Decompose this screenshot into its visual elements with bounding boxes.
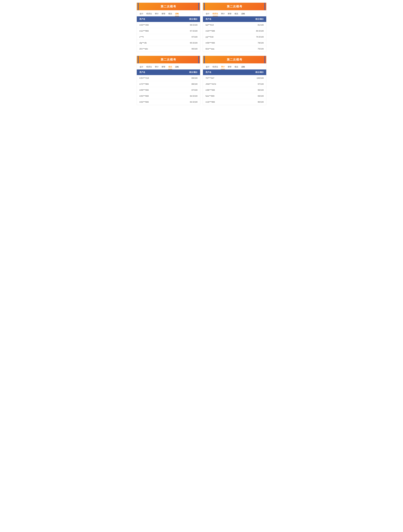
panel-2-title: 第二次模考 <box>227 5 242 8</box>
cell-score: 98.5/100 <box>190 24 198 26</box>
cell-score: 87/100 <box>192 89 198 91</box>
tab-会计[interactable]: 会计 <box>138 12 145 16</box>
cell-username: 82a***aaa <box>205 48 258 50</box>
cell-score: 90/100 <box>258 101 264 103</box>
cell-username: zlg***clb <box>139 42 190 44</box>
panel-1-header: 第二次模考 <box>137 3 200 10</box>
cell-username: yyj***018 <box>205 36 256 38</box>
tab-战略[interactable]: 战略 <box>240 12 247 16</box>
table-row: fww***86993/100 <box>203 93 266 99</box>
tab-会计[interactable]: 会计 <box>204 65 211 69</box>
cell-score: 78/100 <box>258 42 264 44</box>
table-row: m56***06678/100 <box>203 40 266 46</box>
tab-战略[interactable]: 战略 <box>174 65 180 69</box>
cell-score: 96/100 <box>258 89 264 91</box>
tab-会计[interactable]: 会计 <box>138 65 145 69</box>
tab-财管[interactable]: 财管 <box>226 12 233 16</box>
table-row: 201***abc90/100 <box>137 46 200 52</box>
col-header-score: 得分/满分 <box>189 18 198 20</box>
cell-score: 100/100 <box>257 77 264 79</box>
cell-score: 93/100 <box>258 95 264 97</box>
panel-3-header: 第二次模考 <box>137 56 200 63</box>
cell-username: z***h <box>139 36 192 38</box>
tab-税法[interactable]: 税法 <box>167 12 174 16</box>
tab-财管[interactable]: 财管 <box>160 65 167 69</box>
panel-2: 第二次模考会计经济法审计财管税法战略用户名得分/满分lad***61981/10… <box>203 3 266 52</box>
table-row: m53***66884.5/100 <box>137 93 200 99</box>
cell-username: m12***866 <box>139 30 190 32</box>
tab-审计[interactable]: 审计 <box>153 65 160 69</box>
cell-score: 84.5/100 <box>190 101 198 103</box>
panel-3-title: 第二次模考 <box>161 58 176 62</box>
cell-score: 75/100 <box>258 48 264 50</box>
col-header-name: 用户名 <box>139 71 189 74</box>
cell-score: 80.5/100 <box>256 30 264 32</box>
cell-username: CZH***218 <box>139 77 192 79</box>
cell-username: m56***066 <box>205 42 258 44</box>
cell-username: 767***047 <box>205 77 257 79</box>
col-header-score: 得分/满分 <box>255 71 264 74</box>
tab-审计[interactable]: 审计 <box>220 65 226 69</box>
table-row: m59***06687/100 <box>137 87 200 93</box>
cell-score: 97/100 <box>192 36 198 38</box>
cell-username: lad***619 <box>205 24 258 26</box>
tab-经济法[interactable]: 经济法 <box>211 65 220 69</box>
panel-1-tabbar: 会计经济法审计财管税法战略 <box>137 10 200 16</box>
panel-4: 第二次模考会计经济法审计财管税法战略用户名得分/满分767***047100/1… <box>203 56 266 105</box>
tab-财管[interactable]: 财管 <box>226 65 233 69</box>
cell-username: m96***566 <box>205 89 258 91</box>
table-row: CZH***21889/100 <box>137 75 200 81</box>
table-row: yyj***01879.5/100 <box>203 34 266 40</box>
table-row: m20***58880.5/100 <box>203 28 266 34</box>
page-wrapper: 第二次模考会计经济法审计财管税法战略用户名得分/满分m03***26698.5/… <box>137 3 266 109</box>
table-row: m12***86697.5/100 <box>137 28 200 34</box>
panel-4-table-header: 用户名得分/满分 <box>203 70 266 75</box>
table-row: zlg***clb95.5/100 <box>137 40 200 46</box>
cell-username: m59***066 <box>139 89 192 91</box>
panel-3-tabbar: 会计经济法审计财管税法战略 <box>137 63 200 70</box>
cell-username: fww***869 <box>205 95 258 97</box>
tab-经济法[interactable]: 经济法 <box>145 65 153 69</box>
panel-1-title: 第二次模考 <box>161 5 176 8</box>
table-row: z***h97/100 <box>137 34 200 40</box>
table-row: m16***86690/100 <box>203 99 266 105</box>
cell-username: m20***588 <box>205 30 256 32</box>
table-row: m96***56696/100 <box>203 87 266 93</box>
panel-4-tabbar: 会计经济法审计财管税法战略 <box>203 63 266 70</box>
cell-score: 95.5/100 <box>190 42 198 44</box>
panel-3: 第二次模考会计经济法审计财管税法战略用户名得分/满分CZH***21889/10… <box>137 56 200 105</box>
cell-username: m72***966 <box>139 83 192 85</box>
cell-username: JSW***ACN <box>205 83 258 85</box>
tab-税法[interactable]: 税法 <box>233 65 240 69</box>
panel-1-table-header: 用户名得分/满分 <box>137 16 200 22</box>
panel-4-title: 第二次模考 <box>227 58 242 62</box>
tab-经济法[interactable]: 经济法 <box>211 12 220 16</box>
cell-score: 90/100 <box>192 48 198 50</box>
cell-score: 81/100 <box>258 24 264 26</box>
tab-战略[interactable]: 战略 <box>174 12 180 16</box>
panel-2-tabbar: 会计经济法审计财管税法战略 <box>203 10 266 16</box>
tab-审计[interactable]: 审计 <box>153 12 160 16</box>
cell-username: m16***866 <box>205 101 258 103</box>
panel-4-header: 第二次模考 <box>203 56 266 63</box>
tab-税法[interactable]: 税法 <box>167 65 174 69</box>
cell-score: 84.5/100 <box>190 95 198 97</box>
cell-username: m53***668 <box>139 95 190 97</box>
tab-审计[interactable]: 审计 <box>220 12 226 16</box>
col-header-name: 用户名 <box>205 71 255 74</box>
tab-财管[interactable]: 财管 <box>160 12 167 16</box>
table-row: m03***26698.5/100 <box>137 22 200 28</box>
panel-3-table-header: 用户名得分/满分 <box>137 70 200 75</box>
tab-税法[interactable]: 税法 <box>233 12 240 16</box>
cell-score: 97/100 <box>258 83 264 85</box>
cell-score: 79.5/100 <box>256 36 264 38</box>
cell-score: 97.5/100 <box>190 30 198 32</box>
col-header-score: 得分/满分 <box>255 18 264 20</box>
tab-会计[interactable]: 会计 <box>204 12 211 16</box>
panel-1: 第二次模考会计经济法审计财管税法战略用户名得分/满分m03***26698.5/… <box>137 3 200 52</box>
cell-username: m02***666 <box>139 101 190 103</box>
table-row: m02***66684.5/100 <box>137 99 200 105</box>
tab-战略[interactable]: 战略 <box>240 65 247 69</box>
tab-经济法[interactable]: 经济法 <box>145 12 153 16</box>
col-header-name: 用户名 <box>205 18 255 20</box>
